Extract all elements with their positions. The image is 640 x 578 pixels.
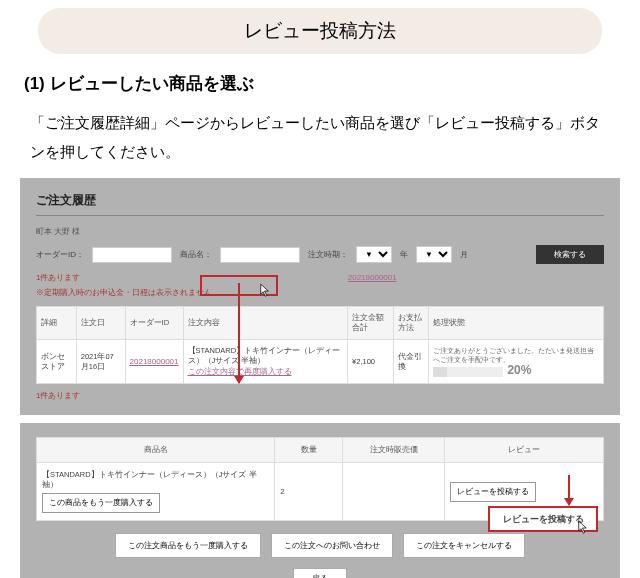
product-label: 商品名： bbox=[180, 249, 212, 260]
arrow-icon bbox=[238, 283, 240, 383]
customer-name: 町本 大野 様 bbox=[36, 226, 604, 237]
order-link[interactable]: 20218000001 bbox=[348, 273, 397, 282]
arrow-icon bbox=[568, 475, 570, 505]
qty-cell: 2 bbox=[275, 463, 343, 521]
payment-cell: 代金引換 bbox=[394, 340, 429, 384]
status-cell: ご注文ありがとうございました。ただいま発送担当へご注文を手配中です。 20% bbox=[429, 340, 604, 384]
total-cell: ¥2,100 bbox=[348, 340, 394, 384]
disclaimer: ※定期購入時のお申込金・日程は表示されません。 bbox=[36, 287, 604, 298]
year-label: 年 bbox=[400, 249, 408, 260]
date-cell: 2021年07月16日 bbox=[76, 340, 125, 384]
step-heading: (1) レビューしたい商品を選ぶ bbox=[24, 72, 616, 95]
order-id-input[interactable] bbox=[92, 247, 172, 263]
order-history-screenshot: ご注文履歴 町本 大野 様 オーダーID： 商品名： 注文時期： ▼ 年 ▼ 月… bbox=[20, 178, 620, 415]
order-id-label: オーダーID： bbox=[36, 249, 84, 260]
price-cell bbox=[343, 463, 445, 521]
order-table: 詳細 注文日 オーダーID 注文内容 注文金額合計 お支払方法 処理状態 ボンセ… bbox=[36, 306, 604, 384]
period-label: 注文時期： bbox=[308, 249, 348, 260]
month-select[interactable]: ▼ bbox=[416, 246, 452, 263]
store-cell: ボンセストア bbox=[37, 340, 77, 384]
inquiry-button[interactable]: この注文へのお問い合わせ bbox=[271, 533, 393, 558]
order-history-title: ご注文履歴 bbox=[36, 192, 604, 216]
table-row: ボンセストア 2021年07月16日 20218000001 【STANDARD… bbox=[37, 340, 604, 384]
back-button[interactable]: 戻る bbox=[293, 568, 347, 578]
cancel-order-button[interactable]: この注文をキャンセルする bbox=[403, 533, 525, 558]
progress-percent: 20% bbox=[507, 363, 531, 377]
page-title: レビュー投稿方法 bbox=[38, 8, 602, 54]
table-header: 詳細 注文日 オーダーID 注文内容 注文金額合計 お支払方法 処理状態 bbox=[37, 307, 604, 340]
order-detail-screenshot: 商品名 数量 注文時販売価 レビュー 【STANDARD】トキ竹インナー（レディ… bbox=[20, 423, 620, 578]
reorder-all-button[interactable]: この注文商品をもう一度購入する bbox=[115, 533, 261, 558]
search-button[interactable]: 検索する bbox=[536, 245, 604, 264]
reorder-item-button[interactable]: この商品をもう一度購入する bbox=[42, 493, 160, 513]
table-header: 商品名 数量 注文時販売価 レビュー bbox=[37, 438, 604, 463]
result-count: 1件あります bbox=[36, 272, 80, 283]
cursor-icon bbox=[578, 520, 590, 536]
order-id-link[interactable]: 20218000001 bbox=[130, 357, 179, 366]
product-cell: 【STANDARD】トキ竹インナー（レディース）（Jサイズ 半袖） この注文内容… bbox=[183, 340, 348, 384]
product-name: 【STANDARD】トキ竹インナー（レディース）（Jサイズ 半袖） bbox=[42, 470, 269, 490]
action-row: この注文商品をもう一度購入する この注文へのお問い合わせ この注文をキャンセルす… bbox=[36, 533, 604, 558]
year-select[interactable]: ▼ bbox=[356, 246, 392, 263]
month-label: 月 bbox=[460, 249, 468, 260]
product-input[interactable] bbox=[220, 247, 300, 263]
step-description: 「ご注文履歴詳細」ページからレビューしたい商品を選び「レビュー投稿する」ボタンを… bbox=[30, 109, 610, 166]
highlight-box-review: レビューを投稿する bbox=[488, 506, 598, 532]
post-review-button[interactable]: レビューを投稿する bbox=[450, 482, 536, 502]
cursor-icon bbox=[260, 283, 272, 299]
progress-bar: 20% bbox=[433, 367, 503, 377]
result-count-bottom: 1件あります bbox=[36, 390, 604, 401]
